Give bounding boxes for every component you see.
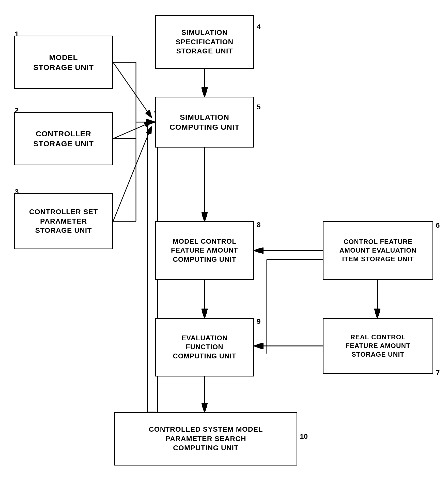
- label-3: 3: [15, 188, 19, 196]
- controller-set-param-label: CONTROLLER SET PARAMETER STORAGE UNIT: [29, 207, 98, 235]
- svg-line-3: [113, 122, 151, 139]
- control-feature-eval-box: CONTROL FEATURE AMOUNT EVALUATION ITEM S…: [323, 221, 433, 280]
- model-control-feature-box: MODEL CONTROL FEATURE AMOUNT COMPUTING U…: [155, 221, 254, 280]
- label-5: 5: [257, 103, 261, 111]
- simulation-spec-label: SIMULATION SPECIFICATION STORAGE UNIT: [176, 28, 233, 56]
- label-8: 8: [257, 221, 261, 229]
- svg-line-2: [113, 62, 151, 117]
- label-4: 4: [257, 23, 261, 31]
- simulation-computing-label: SIMULATION COMPUTING UNIT: [169, 112, 240, 132]
- label-1: 1: [15, 30, 19, 38]
- label-7: 7: [436, 369, 440, 377]
- controlled-system-box: CONTROLLED SYSTEM MODEL PARAMETER SEARCH…: [114, 412, 297, 466]
- model-storage-unit-label: MODEL STORAGE UNIT: [33, 52, 94, 72]
- label-2: 2: [15, 106, 19, 114]
- control-feature-eval-label: CONTROL FEATURE AMOUNT EVALUATION ITEM S…: [339, 238, 416, 263]
- label-6: 6: [436, 221, 440, 229]
- controller-set-param-box: CONTROLLER SET PARAMETER STORAGE UNIT: [14, 193, 113, 249]
- label-10: 10: [300, 432, 308, 441]
- diagram: MODEL STORAGE UNIT 1 CONTROLLER STORAGE …: [0, 0, 448, 480]
- simulation-spec-box: SIMULATION SPECIFICATION STORAGE UNIT: [155, 15, 254, 69]
- svg-line-4: [113, 127, 151, 221]
- evaluation-function-label: EVALUATION FUNCTION COMPUTING UNIT: [173, 334, 236, 360]
- simulation-computing-box: SIMULATION COMPUTING UNIT: [155, 97, 254, 148]
- model-storage-unit-box: MODEL STORAGE UNIT: [14, 36, 113, 89]
- label-9: 9: [257, 317, 261, 326]
- controller-storage-unit-box: CONTROLLER STORAGE UNIT: [14, 112, 113, 165]
- evaluation-function-box: EVALUATION FUNCTION COMPUTING UNIT: [155, 318, 254, 376]
- model-control-feature-label: MODEL CONTROL FEATURE AMOUNT COMPUTING U…: [171, 237, 238, 264]
- controlled-system-label: CONTROLLED SYSTEM MODEL PARAMETER SEARCH…: [149, 425, 263, 453]
- real-control-feature-label: REAL CONTROL FEATURE AMOUNT STORAGE UNIT: [346, 333, 410, 359]
- real-control-feature-box: REAL CONTROL FEATURE AMOUNT STORAGE UNIT: [323, 318, 433, 374]
- controller-storage-unit-label: CONTROLLER STORAGE UNIT: [33, 129, 94, 149]
